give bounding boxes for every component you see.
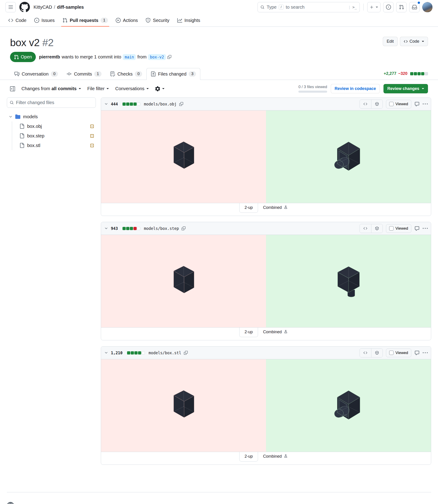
rich-3d-view-button[interactable] (371, 348, 383, 357)
collapse-file-chevron-icon[interactable] (104, 102, 108, 106)
copy-branch-icon[interactable] (167, 55, 171, 59)
head-branch-chip[interactable]: box-v2 (148, 54, 166, 60)
file-header: 943 models/box.step Viewed (101, 222, 431, 235)
diff-block-added (134, 351, 138, 355)
diff-block-added (130, 102, 133, 106)
tab-checks[interactable]: Checks 0 (106, 68, 146, 80)
avatar[interactable] (422, 2, 433, 12)
file-path[interactable]: models/box.obj (144, 102, 176, 106)
diff-modified-icon (90, 124, 94, 128)
copy-path-icon[interactable] (179, 102, 183, 106)
viewed-toggle-button[interactable]: Viewed (386, 348, 411, 357)
folder-icon (15, 114, 20, 119)
copy-path-icon[interactable] (184, 351, 188, 355)
tab-insights[interactable]: Insights (174, 14, 204, 26)
changes-from-menu[interactable]: Changes from all commits (22, 86, 81, 91)
diff-block-added (131, 351, 134, 355)
review-changes-button[interactable]: Review changes (383, 84, 428, 93)
tab-files-changed[interactable]: Files changed 3 (146, 68, 200, 80)
diff-block-added (130, 227, 133, 230)
git-pull-request-icon (63, 18, 67, 23)
viewed-checkbox[interactable] (389, 226, 394, 231)
kebab-menu-icon[interactable] (423, 101, 428, 107)
source-view-button[interactable] (360, 100, 371, 108)
issues-header-button[interactable] (383, 2, 394, 12)
filter-changed-files-input[interactable]: Filter changed files (7, 98, 96, 108)
tree-file-box-step[interactable]: box.step (16, 131, 96, 141)
tab-commits[interactable]: Commits 1 (62, 68, 106, 80)
file-filter-menu[interactable]: File filter (87, 86, 109, 91)
source-view-button[interactable] (360, 224, 371, 233)
plus-icon (370, 5, 374, 9)
viewed-toggle-button[interactable]: Viewed (386, 100, 411, 108)
render-mode-tabs: 2-up Combined (101, 327, 431, 340)
diff-block-deleted (133, 227, 137, 230)
tab-pull-requests[interactable]: Pull requests 1 (59, 14, 111, 26)
github-logo-icon[interactable] (19, 2, 30, 12)
notifications-button[interactable] (409, 2, 419, 12)
tab-security[interactable]: Security (142, 14, 173, 26)
tab-conversation[interactable]: Conversation 0 (10, 68, 62, 80)
conversations-menu[interactable]: Conversations (115, 86, 149, 91)
model-render-before (150, 140, 217, 174)
file-path[interactable]: models/box.stl (149, 351, 181, 355)
tab-2up[interactable]: 2-up (239, 452, 258, 461)
rich-3d-view-button[interactable] (371, 224, 383, 233)
sidebar-collapse-icon[interactable] (10, 86, 15, 91)
breadcrumb-org-link[interactable]: KittyCAD (33, 5, 52, 10)
chevron-down-icon (9, 115, 12, 119)
kebab-menu-icon[interactable] (423, 350, 428, 355)
tab-combined[interactable]: Combined (258, 203, 293, 212)
review-toolbar: Changes from all commits File filter Con… (0, 80, 438, 97)
model-render-after (315, 140, 382, 174)
code-dropdown-button[interactable]: Code (400, 37, 428, 46)
file-changes-count: 1,210 (111, 351, 122, 355)
tab-actions[interactable]: Actions (112, 14, 141, 26)
copy-path-icon[interactable] (182, 226, 186, 230)
viewed-checkbox[interactable] (389, 102, 394, 106)
model-render-before (150, 264, 217, 298)
pr-number: #2 (43, 37, 54, 48)
pull-requests-header-button[interactable] (396, 2, 406, 12)
breadcrumb-separator: / (54, 5, 55, 10)
kebab-menu-icon[interactable] (423, 226, 428, 231)
base-branch-chip[interactable]: main (123, 54, 136, 60)
tab-issues[interactable]: Issues (31, 14, 58, 26)
chevron-down-icon (146, 88, 149, 90)
command-palette-icon[interactable]: |>_ (348, 5, 357, 9)
view-mode-toggle (360, 348, 383, 358)
file-path[interactable]: models/box.step (144, 226, 179, 231)
create-new-button[interactable] (367, 2, 381, 12)
diffstat: +2,277 −320 (384, 71, 428, 80)
hamburger-menu-button[interactable] (5, 2, 16, 12)
tree-folder-models[interactable]: models (7, 112, 96, 122)
tab-combined[interactable]: Combined (258, 327, 293, 336)
review-in-codespace-button[interactable]: Review in codespace (331, 84, 380, 93)
source-view-button[interactable] (360, 348, 371, 357)
comment-icon[interactable] (415, 226, 419, 231)
search-input[interactable]: Type / to search |>_ (258, 2, 360, 12)
breadcrumb-repo-link[interactable]: diff-samples (57, 5, 84, 10)
collapse-file-chevron-icon[interactable] (104, 226, 108, 230)
diff-settings-menu[interactable] (155, 86, 164, 91)
viewed-toggle-button[interactable]: Viewed (386, 224, 411, 233)
tab-2up[interactable]: 2-up (239, 203, 258, 213)
rich-3d-view-button[interactable] (371, 100, 383, 108)
tab-2up[interactable]: 2-up (239, 327, 258, 337)
tree-file-box-obj[interactable]: box.obj (16, 122, 96, 131)
chevron-down-icon (79, 88, 81, 90)
collapse-file-chevron-icon[interactable] (104, 351, 108, 355)
edit-button[interactable]: Edit (383, 37, 398, 46)
tab-code[interactable]: Code (5, 14, 30, 26)
author-link[interactable]: pierremtb (39, 54, 60, 60)
file-changes-count: 943 (111, 226, 118, 231)
comment-icon[interactable] (415, 101, 419, 107)
comment-icon[interactable] (415, 350, 419, 355)
graph-icon (177, 18, 182, 23)
package-icon (375, 102, 379, 106)
viewed-checkbox[interactable] (389, 351, 394, 355)
tree-file-box-stl[interactable]: box.stl (16, 141, 96, 150)
file-icon (19, 143, 24, 148)
chevron-down-icon (107, 88, 109, 90)
tab-combined[interactable]: Combined (258, 452, 293, 461)
